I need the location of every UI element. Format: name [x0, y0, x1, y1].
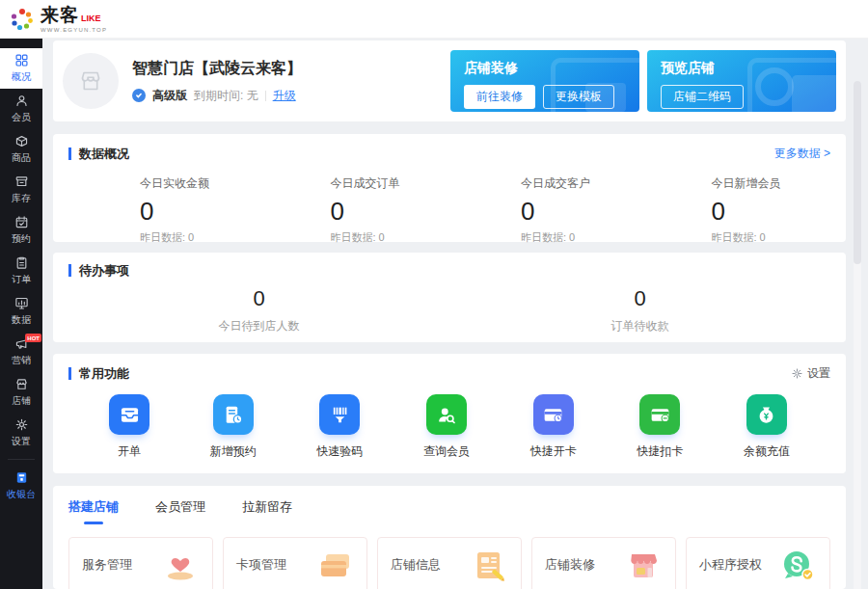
sidebar-item-cashier[interactable]: 收银台 — [0, 466, 42, 506]
stat-value: 0 — [140, 197, 259, 227]
upgrade-link[interactable]: 升级 — [273, 88, 296, 104]
stat-yesterday: 昨日数据: 0 — [712, 230, 831, 245]
service-card-store-decoration[interactable]: 店铺装修 — [531, 537, 676, 589]
appointment-calendar-icon — [14, 215, 29, 229]
member-icon — [14, 94, 29, 108]
quick-action-deduct-card[interactable]: 快捷扣卡 — [637, 394, 683, 460]
expire-label: 到期时间: 无 — [194, 88, 258, 104]
sidebar-item-label: 设置 — [12, 435, 31, 448]
promo-title: 店铺装修 — [464, 60, 626, 77]
sidebar-item-settings[interactable]: 设置 — [0, 413, 42, 453]
todo-value: 0 — [68, 286, 449, 311]
sidebar-item-inventory[interactable]: 库存 — [0, 170, 42, 210]
promo-card-preview: 预览店铺 店铺二维码 — [647, 50, 836, 112]
service-card-store-info[interactable]: 店铺信息 — [377, 537, 522, 589]
service-card-label: 店铺信息 — [391, 556, 441, 574]
sidebar-item-shop[interactable]: 店铺 — [0, 372, 42, 413]
store-qrcode-button[interactable]: 店铺二维码 — [661, 85, 744, 109]
section-title: 数据概况 — [68, 147, 129, 160]
store-avatar-icon — [76, 67, 105, 95]
stat-label: 今日成交客户 — [521, 175, 640, 192]
heart-hand-icon — [161, 549, 200, 581]
settings-gear-icon — [14, 417, 29, 432]
stat-label: 今日实收金额 — [140, 175, 259, 192]
service-card-label: 卡项管理 — [236, 556, 286, 574]
sidebar-item-overview[interactable]: 概况 — [0, 48, 42, 89]
more-data-link[interactable]: 更多数据 > — [774, 146, 830, 162]
quick-action-label: 余额充值 — [744, 443, 790, 460]
hot-badge: HOT — [25, 334, 41, 342]
overview-grid-icon — [14, 53, 29, 67]
quick-settings-button[interactable]: 设置 — [791, 365, 830, 382]
card-open-icon — [533, 394, 574, 435]
stat-yesterday: 昨日数据: 0 — [331, 230, 450, 245]
sidebar-item-label: 会员 — [12, 111, 31, 124]
quick-action-recharge[interactable]: 余额充值 — [744, 394, 790, 460]
cashier-pos-icon — [14, 470, 29, 485]
service-card-card-management[interactable]: 卡项管理 — [223, 537, 367, 589]
promo-title: 预览店铺 — [661, 60, 823, 77]
quick-settings-label: 设置 — [807, 365, 830, 382]
miniprogram-icon — [778, 549, 817, 581]
quick-action-open-bill[interactable]: 开单 — [109, 394, 149, 460]
sidebar-item-label: 预约 — [12, 232, 31, 246]
inventory-archive-icon — [14, 174, 29, 189]
store-info: 智慧门店【武陵云来客】 高级版 到期时间: 无 升级 — [132, 59, 302, 104]
main-content: 智慧门店【武陵云来客】 高级版 到期时间: 无 升级 店铺装修 — [42, 39, 868, 589]
stat-label: 今日成交订单 — [331, 175, 450, 192]
todo-label: 今日待到店人数 — [68, 318, 449, 335]
stat-today-customers: 今日成交客户 0 昨日数据: 0 — [449, 175, 640, 245]
quick-action-new-appointment[interactable]: 新增预约 — [210, 394, 257, 460]
appointment-add-icon — [213, 394, 254, 435]
service-card-miniprogram-auth[interactable]: 小程序授权 — [686, 537, 830, 589]
sidebar-nav: 概况 会员 商品 库存 预约 订单 — [0, 39, 42, 589]
meta-divider — [265, 91, 266, 101]
services-section: 搭建店铺 会员管理 拉新留存 服务管理 卡项管理 店铺信息 — [53, 486, 846, 589]
scrollbar-thumb[interactable] — [854, 81, 861, 264]
data-chart-icon — [14, 296, 29, 310]
quick-action-open-card[interactable]: 快捷开卡 — [530, 394, 577, 460]
service-card-label: 店铺装修 — [545, 556, 595, 574]
tab-acquisition-retention[interactable]: 拉新留存 — [242, 498, 292, 524]
shop-storefront-icon — [14, 377, 29, 391]
sidebar-item-goods[interactable]: 商品 — [0, 129, 42, 170]
store-header-card: 智慧门店【武陵云来客】 高级版 到期时间: 无 升级 店铺装修 — [53, 40, 846, 121]
sidebar-item-label: 库存 — [12, 192, 31, 205]
brand-logo[interactable]: 来客 LIKE WWW.EGYUN.TOP — [10, 6, 107, 33]
plan-label: 高级版 — [152, 88, 187, 104]
brand-pinwheel-icon — [10, 7, 35, 32]
sidebar-item-label: 店铺 — [12, 394, 31, 408]
document-edit-icon — [470, 549, 508, 581]
member-search-icon — [426, 394, 467, 435]
service-card-label: 小程序授权 — [699, 556, 762, 574]
cards-icon — [315, 549, 354, 581]
store-name: 智慧门店【武陵云来客】 — [132, 59, 302, 79]
quick-action-label: 快捷扣卡 — [637, 443, 683, 460]
sidebar-item-marketing[interactable]: HOT 营销 — [0, 332, 42, 372]
sidebar-item-data[interactable]: 数据 — [0, 291, 42, 332]
stat-yesterday: 昨日数据: 0 — [521, 230, 640, 245]
vip-badge-icon — [132, 89, 146, 102]
services-tabs: 搭建店铺 会员管理 拉新留存 — [68, 498, 830, 524]
sidebar-item-label: 商品 — [12, 151, 31, 165]
sidebar-item-label: 概况 — [12, 70, 31, 84]
quick-action-search-member[interactable]: 查询会员 — [423, 394, 470, 460]
go-decorate-button[interactable]: 前往装修 — [464, 85, 535, 109]
tab-build-store[interactable]: 搭建店铺 — [68, 498, 119, 524]
stat-yesterday: 昨日数据: 0 — [140, 230, 259, 245]
brand-text: 来客 LIKE WWW.EGYUN.TOP — [41, 6, 107, 33]
app-window: 来客 LIKE WWW.EGYUN.TOP 概况 会员 商品 — [0, 0, 868, 589]
sidebar-divider — [8, 459, 35, 460]
todo-value: 0 — [449, 286, 830, 311]
stat-new-members: 今日新增会员 0 昨日数据: 0 — [640, 175, 831, 245]
brand-name: 来客 — [41, 6, 79, 24]
todo-visitors: 0 今日待到店人数 — [68, 286, 449, 335]
tab-member-management[interactable]: 会员管理 — [155, 498, 205, 524]
change-template-button[interactable]: 更换模板 — [543, 85, 614, 109]
sidebar-item-members[interactable]: 会员 — [0, 89, 42, 129]
sidebar-item-orders[interactable]: 订单 — [0, 251, 42, 291]
todo-label: 订单待收款 — [449, 318, 830, 335]
sidebar-item-appointments[interactable]: 预约 — [0, 210, 42, 251]
quick-action-scan-code[interactable]: 快速验码 — [316, 394, 363, 460]
service-card-service-management[interactable]: 服务管理 — [68, 537, 213, 589]
